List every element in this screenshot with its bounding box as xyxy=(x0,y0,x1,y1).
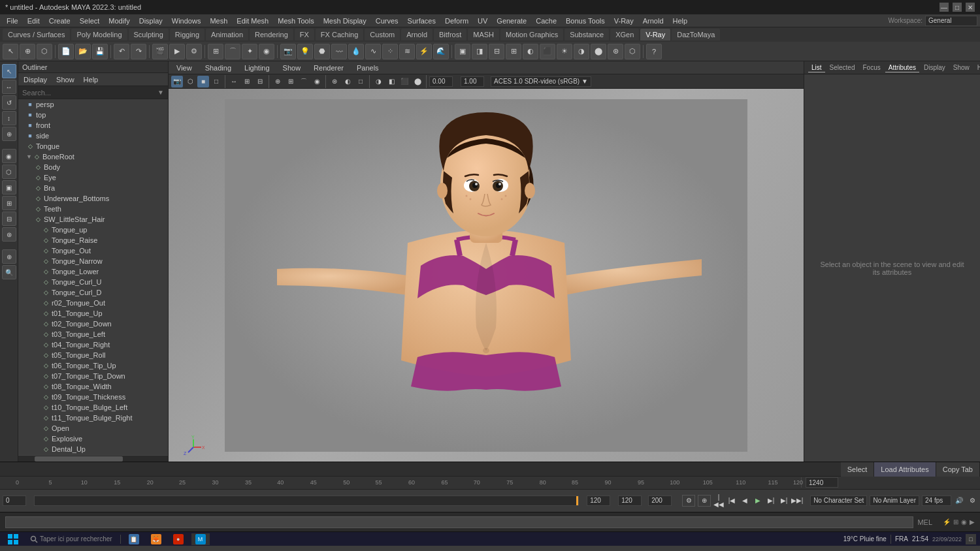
snap-btn[interactable]: ⊕ xyxy=(2,249,16,264)
toolbar-snap-point[interactable]: ✦ xyxy=(242,44,257,59)
outliner-item-tongue-lower[interactable]: ◇ Tongue_Lower xyxy=(18,266,168,277)
toolbar-snap-curve[interactable]: ⌒ xyxy=(225,44,240,59)
tab-substance[interactable]: Substance xyxy=(564,29,609,40)
minimize-button[interactable]: — xyxy=(939,3,949,12)
outliner-item-t09[interactable]: ◇ t09_Tongue_Thickness xyxy=(18,392,168,402)
outliner-item-body[interactable]: ◇ Body xyxy=(18,162,168,172)
tab-daztomaya[interactable]: DazToMaya xyxy=(672,29,720,40)
menu-vray[interactable]: V-Ray xyxy=(610,16,638,25)
timeline-end-field[interactable]: 120 xyxy=(587,496,610,506)
tab-fx-caching[interactable]: FX Caching xyxy=(316,29,363,40)
tab-animation[interactable]: Animation xyxy=(206,29,248,40)
vp-silhouette[interactable]: ◐ xyxy=(342,76,353,87)
toolbar-frame[interactable]: ⬡ xyxy=(625,44,640,59)
menu-cache[interactable]: Cache xyxy=(532,16,561,25)
vp-texture[interactable]: ⬛ xyxy=(399,76,410,87)
menu-modify[interactable]: Modify xyxy=(105,16,133,25)
toolbar-select-tool[interactable]: ↖ xyxy=(3,44,18,59)
show-desktop-btn[interactable]: □ xyxy=(966,534,976,544)
outliner-item-hair[interactable]: ◇ SW_LittleStar_Hair xyxy=(18,214,168,225)
outliner-item-t08[interactable]: ◇ t08_Tongue_Width xyxy=(18,381,168,392)
menu-edit[interactable]: Edit xyxy=(24,16,44,25)
toolbar-camera[interactable]: 📷 xyxy=(280,44,296,59)
toolbar-save[interactable]: 💾 xyxy=(92,44,108,59)
vp-shading-flat[interactable]: ◧ xyxy=(385,76,397,87)
select-tool-btn[interactable]: ↖ xyxy=(2,64,16,78)
toolbar-wire[interactable]: ⊟ xyxy=(489,44,504,59)
menu-generate[interactable]: Generate xyxy=(493,16,531,25)
outliner-item-t05[interactable]: ◇ t05_Tongue_Roll xyxy=(18,350,168,360)
viewport-show-menu[interactable]: Show xyxy=(279,63,305,72)
toolbar-ambient[interactable]: ☀ xyxy=(557,44,572,59)
outliner-item-dental-up[interactable]: ◇ Dental_Up xyxy=(18,444,168,454)
translate-tool-btn[interactable]: ↔ xyxy=(2,80,16,94)
outliner-item-r02-tongue-out[interactable]: ◇ r02_Tongue_Out xyxy=(18,298,168,308)
menu-arnold[interactable]: Arnold xyxy=(639,16,668,25)
playback-max-field[interactable]: 200 xyxy=(648,496,672,506)
tab-sculpting[interactable]: Sculpting xyxy=(129,29,169,40)
toolbar-xray[interactable]: ⬤ xyxy=(591,44,606,59)
menu-mesh-display[interactable]: Mesh Display xyxy=(319,16,370,25)
vp-deselect[interactable]: ⊟ xyxy=(254,76,266,87)
attr-tab-selected[interactable]: Selected xyxy=(826,63,858,72)
taskbar-app-3[interactable]: ● xyxy=(169,533,188,545)
menu-uv[interactable]: UV xyxy=(474,16,491,25)
outliner-item-t07[interactable]: ◇ t07_Tongue_Tip_Down xyxy=(18,371,168,381)
vp-perspective-btn[interactable]: ⬡ xyxy=(184,76,196,87)
viewport-view-menu[interactable]: View xyxy=(172,63,196,72)
close-button[interactable]: ✕ xyxy=(966,3,975,12)
workspace-selector[interactable]: General xyxy=(925,16,977,26)
outliner-item-t10[interactable]: ◇ t10_Tongue_Bulge_Left xyxy=(18,402,168,413)
outliner-item-persp[interactable]: ■ persp xyxy=(18,99,168,110)
menu-display[interactable]: Display xyxy=(135,16,167,25)
outliner-show-menu[interactable]: Show xyxy=(54,76,77,84)
expand-icon-boneroot[interactable]: ▼ xyxy=(26,153,31,160)
toolbar-undo[interactable]: ↶ xyxy=(114,44,129,59)
attr-tab-help[interactable]: Help xyxy=(974,63,980,72)
menu-deform[interactable]: Deform xyxy=(441,16,472,25)
vp-snap-surface[interactable]: ◉ xyxy=(311,76,323,87)
outliner-item-tongue-up[interactable]: ◇ Tongue_up xyxy=(18,225,168,235)
outliner-item-t03[interactable]: ◇ t03_Tongue_Left xyxy=(18,329,168,339)
toolbar-show-hide[interactable]: ◨ xyxy=(472,44,487,59)
outliner-item-bra[interactable]: ◇ Bra xyxy=(18,183,168,193)
outliner-item-t01[interactable]: ◇ t01_Tongue_Up xyxy=(18,308,168,319)
tab-fx[interactable]: FX xyxy=(295,29,314,40)
outliner-item-top[interactable]: ■ top xyxy=(18,110,168,120)
next-frame-btn[interactable]: ▶| xyxy=(766,496,776,506)
outliner-scrollbar-thumb[interactable] xyxy=(35,456,123,462)
taskbar-app-1[interactable]: 📋 xyxy=(125,533,143,545)
outliner-item-tongue-narrow[interactable]: ◇ Tongue_Narrow xyxy=(18,256,168,266)
tab-rigging[interactable]: Rigging xyxy=(170,29,204,40)
toolbar-material[interactable]: ⬣ xyxy=(314,44,330,59)
menu-select[interactable]: Select xyxy=(76,16,104,25)
viewport-renderer-menu[interactable]: Renderer xyxy=(310,63,348,72)
search-btn[interactable]: 🔍 xyxy=(2,265,16,279)
play-settings-btn[interactable]: ⚙ xyxy=(682,495,695,507)
soft-select-btn[interactable]: ◉ xyxy=(2,149,16,163)
outliner-item-open[interactable]: ◇ Open xyxy=(18,423,168,433)
go-to-start-btn[interactable]: |◀◀ xyxy=(713,496,724,506)
tab-arnold[interactable]: Arnold xyxy=(401,29,433,40)
menu-edit-mesh[interactable]: Edit Mesh xyxy=(233,16,272,25)
vp-move[interactable]: ↔ xyxy=(228,76,240,87)
attr-tab-focus[interactable]: Focus xyxy=(859,63,883,72)
toolbar-snap-view[interactable]: ◉ xyxy=(259,44,274,59)
tab-vray[interactable]: V-Ray xyxy=(640,29,670,40)
rotate-tool-btn[interactable]: ↺ xyxy=(2,95,16,110)
toolbar-render[interactable]: 🎬 xyxy=(152,44,168,59)
toolbar-lasso-tool[interactable]: ⊕ xyxy=(20,44,35,59)
toolbar-open[interactable]: 📂 xyxy=(75,44,91,59)
viewport-panels-menu[interactable]: Panels xyxy=(353,63,383,72)
toolbar-snap-grid[interactable]: ⊞ xyxy=(208,44,223,59)
tab-poly-modeling[interactable]: Poly Modeling xyxy=(71,29,127,40)
toolbar-texture[interactable]: ⬛ xyxy=(540,44,555,59)
fps-field[interactable]: 24 fps xyxy=(922,496,951,506)
toolbar-ipr[interactable]: ▶ xyxy=(169,44,185,59)
menu-create[interactable]: Create xyxy=(45,16,74,25)
toolbar-light[interactable]: 💡 xyxy=(297,44,313,59)
outliner-item-side[interactable]: ■ side xyxy=(18,131,168,141)
outliner-item-tongue-out[interactable]: ◇ Tongue_Out xyxy=(18,245,168,256)
toolbar-shadow[interactable]: ◑ xyxy=(574,44,589,59)
load-attributes-button[interactable]: Load Attributes xyxy=(874,462,936,477)
